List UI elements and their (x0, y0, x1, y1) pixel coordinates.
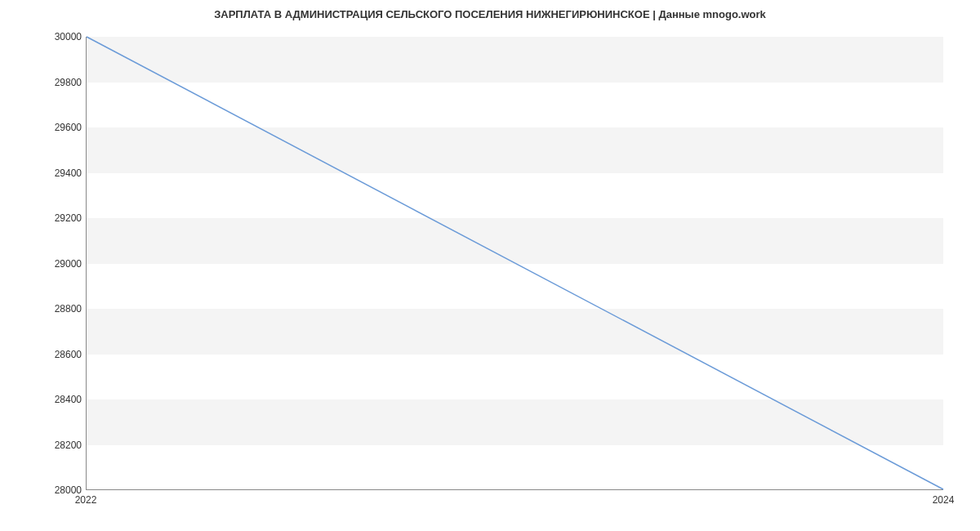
y-tick-label: 28800 (41, 303, 82, 315)
y-tick-label: 28200 (41, 440, 82, 451)
data-line (87, 37, 943, 489)
x-tick-label: 2024 (933, 494, 955, 506)
y-tick-label: 29600 (41, 122, 82, 133)
chart-container: ЗАРПЛАТА В АДМИНИСТРАЦИЯ СЕЛЬСКОГО ПОСЕЛ… (0, 0, 980, 531)
y-tick-label: 28400 (41, 394, 82, 405)
y-tick-label: 29200 (41, 212, 82, 224)
y-tick-label: 29800 (41, 77, 82, 88)
y-tick-label: 29400 (41, 167, 82, 179)
y-tick-label: 28600 (41, 349, 82, 360)
chart-line-svg (87, 37, 943, 489)
x-tick-label: 2022 (75, 494, 97, 506)
y-tick-label: 30000 (41, 31, 82, 42)
chart-title: ЗАРПЛАТА В АДМИНИСТРАЦИЯ СЕЛЬСКОГО ПОСЕЛ… (0, 8, 980, 20)
plot-area (86, 37, 943, 490)
y-tick-label: 29000 (41, 258, 82, 270)
